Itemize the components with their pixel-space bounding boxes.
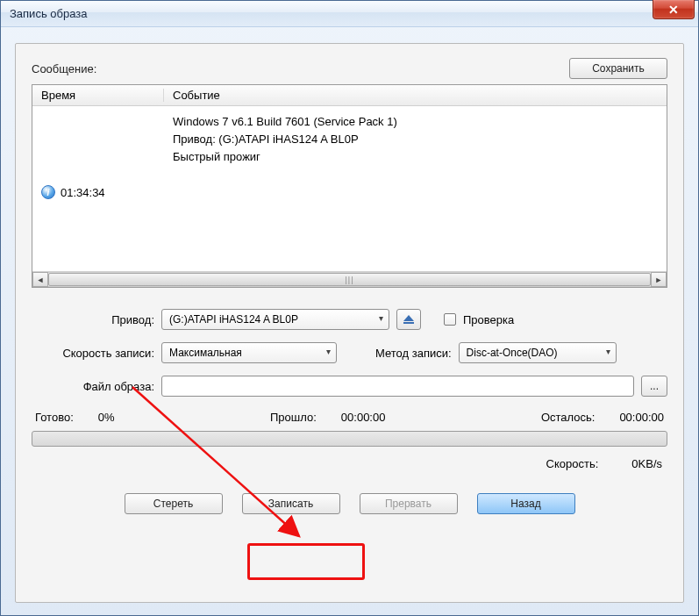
verify-checkbox[interactable]	[444, 313, 456, 326]
message-label: Сообщение:	[32, 62, 96, 75]
info-icon: i	[41, 185, 55, 199]
close-button[interactable]: ✕	[653, 0, 695, 19]
scroll-right-button[interactable]: ►	[651, 272, 667, 287]
ready-value: 0%	[98, 411, 115, 424]
close-icon: ✕	[668, 4, 679, 16]
log-time-cell: i 01:34:34	[32, 185, 164, 199]
image-path-input[interactable]	[161, 376, 634, 397]
settings-form: Привод: (G:)ATAPI iHAS124 A BL0P Проверк…	[32, 309, 667, 397]
remaining-value: 00:00:00	[619, 411, 664, 424]
window-controls: ✕	[653, 0, 695, 19]
back-button[interactable]: Назад	[477, 493, 575, 514]
window-title: Запись образа	[6, 7, 87, 20]
speed-row: Скорость: 0KB/s	[32, 457, 667, 470]
log-listview[interactable]: Время Событие i 01:34:34 Windows 7 v6.1 …	[32, 84, 667, 288]
column-time[interactable]: Время	[32, 89, 164, 102]
log-row: i 01:34:34 Windows 7 v6.1 Build 7601 (Se…	[32, 106, 667, 271]
scroll-thumb[interactable]: |||	[48, 273, 651, 286]
log-event-cell: Windows 7 v6.1 Build 7601 (Service Pack …	[164, 113, 667, 271]
eject-icon	[403, 315, 414, 321]
progress-bar	[32, 431, 667, 447]
log-line-1: Windows 7 v6.1 Build 7601 (Service Pack …	[173, 113, 667, 131]
dialog-window: Запись образа ✕ Сообщение: Сохранить Вре…	[0, 0, 699, 616]
write-speed-select[interactable]: Максимальная	[161, 342, 337, 363]
image-file-label: Файл образа:	[32, 380, 154, 393]
drive-select-value: (G:)ATAPI iHAS124 A BL0P	[169, 313, 298, 326]
speed-value: 0KB/s	[631, 457, 662, 470]
write-speed-label: Скорость записи:	[32, 347, 154, 360]
client-area: Сообщение: Сохранить Время Событие i 01:…	[15, 43, 684, 603]
action-buttons: Стереть Записать Прервать Назад	[32, 493, 667, 514]
write-method-label: Метод записи:	[375, 347, 452, 360]
verify-label: Проверка	[463, 313, 514, 326]
elapsed-value: 00:00:00	[341, 411, 386, 424]
write-speed-value: Максимальная	[169, 347, 242, 359]
elapsed-label: Прошло:	[270, 411, 317, 424]
log-header: Время Событие	[32, 85, 667, 106]
scroll-track[interactable]: |||	[48, 272, 651, 287]
horizontal-scrollbar[interactable]: ◄ ||| ►	[32, 271, 667, 287]
erase-button[interactable]: Стереть	[125, 493, 223, 514]
write-button[interactable]: Записать	[242, 493, 340, 514]
browse-button[interactable]: ...	[641, 376, 667, 397]
write-method-select[interactable]: Disc-at-Once(DAO)	[459, 342, 617, 363]
eject-button[interactable]	[396, 309, 421, 330]
save-button[interactable]: Сохранить	[569, 58, 667, 79]
abort-button[interactable]: Прервать	[360, 493, 458, 514]
scroll-left-button[interactable]: ◄	[32, 272, 48, 287]
column-event[interactable]: Событие	[164, 89, 667, 102]
drive-label: Привод:	[32, 313, 154, 326]
ready-label: Готово:	[35, 411, 74, 424]
drive-select[interactable]: (G:)ATAPI iHAS124 A BL0P	[161, 309, 389, 330]
speed-label: Скорость:	[546, 457, 599, 470]
log-time: 01:34:34	[61, 186, 105, 199]
log-line-2: Привод: (G:)ATAPI iHAS124 A BL0P	[173, 131, 667, 148]
write-method-value: Disc-at-Once(DAO)	[467, 347, 558, 359]
titlebar: Запись образа ✕	[1, 1, 698, 27]
remaining-label: Осталось:	[541, 411, 596, 424]
log-line-3: Быстрый прожиг	[173, 148, 667, 166]
status-row: Готово: 0% Прошло: 00:00:00 Осталось: 00…	[32, 411, 667, 424]
